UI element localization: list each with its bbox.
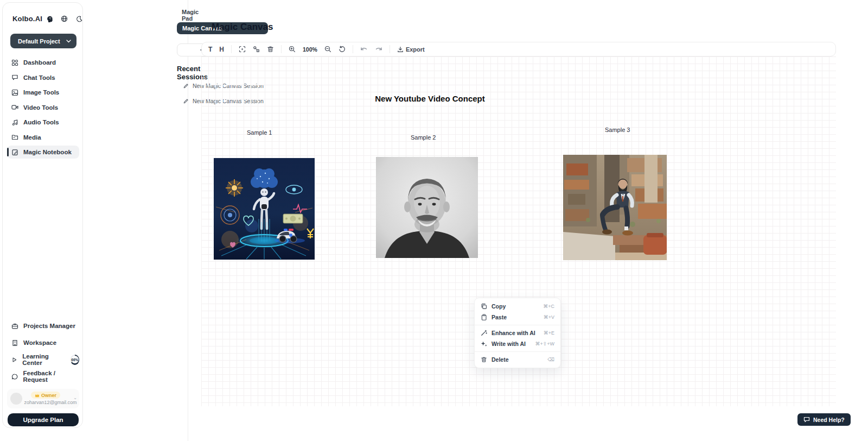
sample-image-ruins[interactable] [563,155,667,260]
user-menu-caret-icon: ⌄ [73,395,77,400]
toolbar-divider [390,45,390,53]
sidebar-item-media[interactable]: Media [7,131,79,144]
zoom-in-button[interactable] [289,46,296,53]
sidebar-item-image-tools[interactable]: Image Tools [7,86,79,99]
rotate-ccw-icon [339,46,346,53]
zoom-out-icon [324,46,331,53]
sidebar-item-label: Chat Tools [23,74,55,81]
sidebar-item-label: Learning Center [22,353,63,366]
text-tool-button[interactable]: T [208,46,212,53]
sidebar-item-learning-center[interactable]: Learning Center 66% [7,353,79,366]
trash-icon [267,46,274,53]
upgrade-plan-button[interactable]: Upgrade Plan [8,413,79,426]
sidebar-footer-nav: Projects Manager Workspace Learning Cent… [7,319,79,387]
sample-label[interactable]: Sample 1 [247,129,272,136]
context-menu: Copy ⌘+C Paste ⌘+V Enhance with AI ⌘+E W… [474,298,561,368]
avatar [10,393,22,405]
sidebar-item-workspace[interactable]: Workspace [7,336,79,349]
toolbar-divider [281,45,282,53]
connector-icon [253,46,260,53]
delete-tool-button[interactable] [267,46,274,53]
moon-icon [76,16,82,22]
user-account-row[interactable]: Owner zoharvan12@gmail.com ⌄ [7,389,79,408]
canvas-heading[interactable]: New Youtube Video Concept [336,94,524,103]
notebook-icon [11,149,18,156]
context-menu-item-copy[interactable]: Copy ⌘+C [475,301,560,312]
ai-generate-tool-button[interactable] [239,46,246,53]
undo-icon [360,46,368,52]
sessions-panel: Magic Pad Magic Canvas New Session Recen… [85,0,188,441]
play-icon [11,356,17,363]
media-folder-icon [11,134,18,141]
user-email: zoharvan12@gmail.com [22,400,79,405]
sidebar-item-label: Audio Tools [23,119,59,125]
shortcut: ⌫ [547,357,554,362]
owner-badge: Owner [31,392,60,399]
zoom-out-button[interactable] [324,46,331,53]
sidebar-item-chat-tools[interactable]: Chat Tools [7,71,79,84]
feedback-bubble-icon [11,373,18,380]
export-label: Export [406,46,425,53]
context-menu-item-write-with-ai[interactable]: Write with AI ⌘+⇧+W [475,338,560,349]
shortcut: ⌘+V [544,314,554,320]
context-menu-divider [475,325,560,325]
sidebar-item-feedback-request[interactable]: Feedback / Request [7,370,79,383]
music-note-icon [11,119,18,126]
sample-label[interactable]: Sample 3 [605,127,630,133]
download-icon [397,46,404,53]
sample-image-ai-collage[interactable] [214,158,315,260]
heading-tool-button[interactable]: H [219,46,224,53]
need-help-button[interactable]: Need Help? [797,413,851,426]
sidebar-nav: Dashboard Chat Tools Image Tools Video T… [7,56,79,161]
sample-image-portrait[interactable] [376,157,478,258]
sidebar-item-label: Media [23,134,41,141]
active-indicator [7,148,9,156]
trash-icon [481,356,487,363]
learning-progress-value: 66% [71,356,79,363]
project-selector-label: Default Project [18,38,60,45]
sidebar-item-magic-notebook[interactable]: Magic Notebook [7,146,79,159]
redo-icon [375,46,382,52]
reset-view-button[interactable] [339,46,346,53]
brain-head-icon [46,15,54,23]
connector-tool-button[interactable] [253,46,260,53]
paste-icon [481,314,487,320]
zoom-level: 100% [303,46,317,53]
sidebar-item-projects-manager[interactable]: Projects Manager [7,319,79,332]
sidebar-item-audio-tools[interactable]: Audio Tools [7,116,79,129]
shortcut: ⌘+⇧+W [535,341,554,346]
dark-mode-toggle[interactable] [76,16,82,22]
sidebar-item-dashboard[interactable]: Dashboard [7,56,79,69]
help-chat-icon [803,417,810,423]
redo-button[interactable] [375,46,382,52]
shortcut: ⌘+C [543,304,554,309]
export-button[interactable]: Export [397,46,425,53]
context-menu-divider [475,351,560,352]
pencil-icon [183,83,189,89]
sidebar-item-label: Image Tools [23,89,59,96]
sidebar-item-label: Video Tools [23,104,58,111]
canvas-toolbar: T H 100% [201,42,836,56]
context-menu-item-delete[interactable]: Delete ⌫ [475,354,560,365]
context-menu-item-enhance-with-ai[interactable]: Enhance with AI ⌘+E [475,327,560,338]
logo-row: Kolbo.AI [12,15,75,23]
project-selector[interactable]: Default Project [10,34,76,48]
nav-item-magic-pad[interactable]: Magic Pad [182,9,199,22]
context-menu-item-paste[interactable]: Paste ⌘+V [475,312,560,323]
zoom-in-icon [289,46,296,53]
sidebar-item-video-tools[interactable]: Video Tools [7,101,79,114]
sample-label[interactable]: Sample 2 [411,134,436,141]
language-globe-button[interactable] [61,15,68,22]
briefcase-icon [11,323,18,330]
globe-icon [61,15,68,22]
page-title: Magic Canvas [212,22,273,33]
sidebar-item-label: Dashboard [23,59,56,66]
chevron-down-icon [66,40,71,43]
sidebar-item-label: Feedback / Request [23,370,79,383]
pencil-icon [183,98,189,104]
sparkles-icon [481,341,487,347]
toolbar-divider [231,45,232,53]
undo-button[interactable] [360,46,368,52]
dashboard-icon [11,59,18,66]
app-logo: Kolbo.AI [12,15,42,23]
